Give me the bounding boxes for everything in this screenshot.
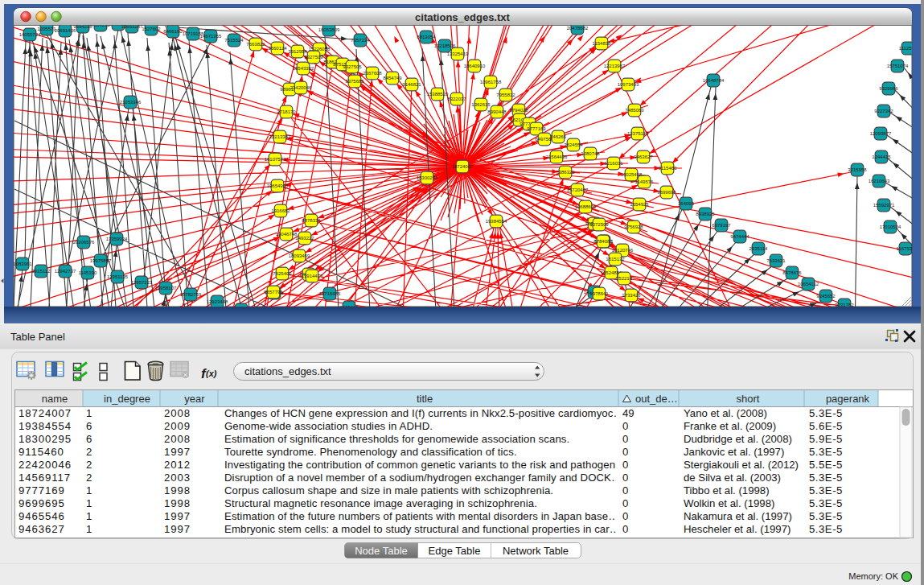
svg-text:1154838: 1154838 — [593, 41, 612, 46]
svg-text:17957223: 17957223 — [131, 280, 153, 285]
svg-text:15720407: 15720407 — [567, 187, 589, 192]
svg-text:2008: 2008 — [164, 433, 191, 445]
svg-text:15592971: 15592971 — [873, 203, 895, 208]
svg-text:2: 2 — [86, 446, 92, 458]
svg-text:1080748: 1080748 — [581, 151, 600, 156]
svg-text:Estimation of significance thr: Estimation of significance thresholds fo… — [224, 433, 569, 445]
svg-text:12951135: 12951135 — [107, 274, 129, 279]
svg-text:19975857: 19975857 — [90, 258, 112, 263]
svg-text:5.3E-5: 5.3E-5 — [809, 484, 843, 496]
svg-text:19384554: 19384554 — [486, 219, 507, 224]
svg-text:9463627: 9463627 — [634, 154, 653, 159]
svg-text:9699695: 9699695 — [657, 190, 676, 195]
svg-text:Memory: OK: Memory: OK — [848, 571, 898, 581]
svg-text:1654923: 1654923 — [630, 202, 649, 207]
svg-text:9465546: 9465546 — [18, 510, 65, 522]
svg-text:Jankovic et al. (1997): Jankovic et al. (1997) — [684, 446, 784, 458]
svg-text:18724007: 18724007 — [18, 407, 72, 419]
svg-text:20478682: 20478682 — [567, 26, 589, 31]
svg-text:7357234: 7357234 — [351, 38, 370, 43]
svg-text:746266: 746266 — [550, 134, 567, 139]
svg-text:5.3E-5: 5.3E-5 — [809, 523, 843, 535]
svg-text:14569117: 14569117 — [18, 472, 71, 484]
svg-text:name: name — [42, 393, 68, 405]
svg-text:1244415: 1244415 — [872, 154, 891, 159]
svg-text:8478676: 8478676 — [782, 270, 802, 275]
svg-text:9777169: 9777169 — [18, 484, 65, 496]
svg-text:2009: 2009 — [164, 420, 191, 432]
svg-text:Table Panel: Table Panel — [10, 331, 65, 343]
svg-text:18093469: 18093469 — [289, 253, 310, 258]
svg-text:9327509: 9327509 — [304, 55, 323, 60]
svg-text:7386322: 7386322 — [556, 170, 575, 175]
svg-text:7485063: 7485063 — [625, 108, 644, 113]
svg-text:9227342: 9227342 — [874, 109, 893, 113]
svg-text:10543362: 10543362 — [293, 66, 314, 71]
svg-text:18724007: 18724007 — [452, 164, 474, 169]
svg-text:9756928: 9756928 — [624, 225, 643, 229]
svg-text:3624554: 3624554 — [564, 142, 583, 147]
svg-text:1997: 1997 — [164, 523, 191, 535]
svg-text:Embryonic stem cells: a model: Embryonic stem cells: a model to study s… — [224, 523, 620, 535]
svg-text:19046748: 19046748 — [276, 232, 298, 237]
svg-text:6466160: 6466160 — [163, 29, 183, 34]
svg-text:3375685: 3375685 — [345, 79, 364, 84]
svg-text:21053346: 21053346 — [120, 100, 142, 105]
svg-text:9463627: 9463627 — [18, 523, 65, 535]
svg-text:Estimation of the future numbe: Estimation of the future numbers of pati… — [224, 510, 618, 522]
svg-text:0: 0 — [622, 420, 628, 432]
svg-text:10654112: 10654112 — [798, 282, 819, 286]
svg-text:2003: 2003 — [164, 472, 191, 484]
svg-text:0: 0 — [622, 497, 628, 509]
svg-text:9699695: 9699695 — [18, 497, 65, 509]
svg-text:1998: 1998 — [164, 484, 191, 496]
svg-text:Edge Table: Edge Table — [429, 545, 481, 557]
svg-text:49: 49 — [622, 407, 634, 419]
svg-text:Genome-wide association studie: Genome-wide association studies in ADHD. — [224, 420, 433, 432]
svg-text:Dudbridge et al. (2008): Dudbridge et al. (2008) — [684, 433, 792, 445]
svg-text:6: 6 — [86, 420, 92, 432]
svg-text:2367608: 2367608 — [363, 71, 382, 76]
svg-text:16782759: 16782759 — [180, 292, 202, 297]
svg-text:19218506: 19218506 — [434, 43, 456, 48]
svg-text:10973493: 10973493 — [618, 82, 639, 87]
svg-text:2935114: 2935114 — [749, 246, 769, 251]
svg-text:0: 0 — [622, 484, 628, 496]
svg-text:12213382: 12213382 — [269, 134, 291, 139]
svg-text:23420046: 23420046 — [290, 85, 312, 90]
svg-text:in_degree: in_degree — [104, 393, 150, 405]
svg-text:pagerank: pagerank — [826, 393, 870, 405]
svg-text:20206576: 20206576 — [73, 240, 95, 245]
svg-text:1493222: 1493222 — [295, 236, 314, 241]
svg-text:6216031: 6216031 — [604, 161, 623, 166]
svg-text:19654925: 19654925 — [267, 183, 289, 188]
svg-text:18300295: 18300295 — [18, 433, 72, 445]
svg-text:8813054: 8813054 — [417, 35, 436, 39]
svg-text:1615132: 1615132 — [606, 257, 625, 262]
svg-text:16210643: 16210643 — [869, 179, 890, 183]
svg-text:12093877: 12093877 — [870, 131, 892, 136]
svg-text:Nakamura et al. (1997): Nakamura et al. (1997) — [684, 510, 792, 522]
svg-text:18300295: 18300295 — [417, 175, 438, 180]
svg-text:Investigating the contribution: Investigating the contribution of common… — [224, 459, 626, 471]
svg-text:3915112: 3915112 — [32, 269, 51, 274]
svg-text:0: 0 — [622, 523, 628, 535]
svg-text:Franke et al. (2009): Franke et al. (2009) — [684, 420, 776, 432]
svg-text:17359924: 17359924 — [106, 237, 128, 241]
svg-text:0: 0 — [622, 433, 628, 445]
svg-text:0: 0 — [622, 472, 628, 484]
svg-text:15388520: 15388520 — [427, 92, 449, 97]
svg-text:9657791: 9657791 — [264, 290, 283, 295]
svg-text:5.3E-5: 5.3E-5 — [809, 407, 843, 419]
svg-text:3215958: 3215958 — [848, 167, 867, 172]
svg-text:9474444: 9474444 — [730, 234, 749, 239]
svg-text:1733426: 1733426 — [622, 293, 641, 298]
svg-text:9777169: 9777169 — [527, 126, 546, 131]
svg-text:9329966: 9329966 — [879, 86, 898, 91]
svg-text:Node Table: Node Table — [355, 545, 408, 557]
svg-text:10958107: 10958107 — [155, 286, 177, 290]
svg-text:7515524: 7515524 — [224, 38, 244, 43]
svg-text:1: 1 — [86, 510, 92, 522]
svg-text:1: 1 — [86, 497, 92, 509]
svg-text:2: 2 — [86, 459, 92, 471]
